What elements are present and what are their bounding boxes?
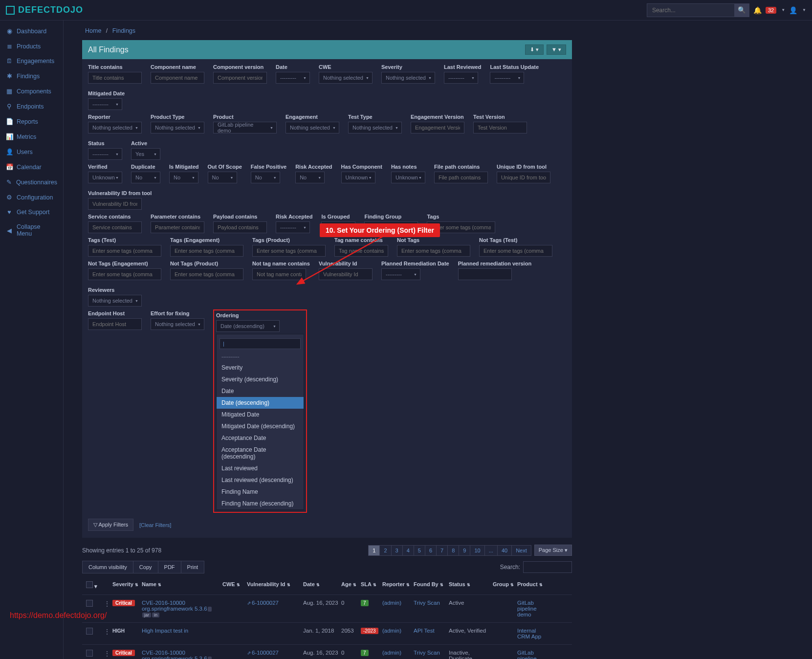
filter-endpoint-host-input[interactable]	[88, 318, 142, 330]
sidebar-item-components[interactable]: ▦Components	[0, 84, 63, 99]
page-button[interactable]: 6	[425, 545, 437, 556]
sidebar-item-collapse-menu[interactable]: ◀Collapse Menu	[0, 220, 63, 241]
sidebar-item-products[interactable]: ≣Products	[0, 39, 63, 54]
sidebar-item-reports[interactable]: 📄Reports	[0, 114, 63, 129]
page-button[interactable]: 7	[436, 545, 448, 556]
ordering-option[interactable]: Last reviewed (descending)	[217, 474, 304, 486]
tool-copy-button[interactable]: Copy	[133, 561, 158, 573]
filter-effort-for-fixing-select[interactable]: Nothing selected	[151, 318, 204, 330]
cell-name[interactable]: High Impact test in	[142, 628, 188, 634]
table-search-input[interactable]	[523, 561, 572, 573]
filter-product-select[interactable]: GitLab pipeline demo	[213, 122, 277, 133]
row-actions-icon[interactable]: ⋮	[104, 600, 110, 608]
filter-reporter-select[interactable]: Nothing selected	[88, 122, 142, 133]
ordering-select[interactable]: Date (descending)	[216, 320, 280, 332]
filter-tags-(engagement)-input[interactable]	[170, 245, 243, 257]
cell-reporter[interactable]: (admin)	[382, 600, 414, 606]
apply-filters-button[interactable]: ▽ Apply Filters	[88, 519, 133, 531]
filter-risk-accepted-select[interactable]: No	[295, 172, 325, 183]
filter-component-name-input[interactable]	[151, 72, 204, 84]
page-button[interactable]: 2	[379, 545, 391, 556]
filter-severity-select[interactable]: Nothing selected	[381, 72, 435, 84]
ordering-option[interactable]: Date (descending)	[217, 397, 304, 409]
filter-not-tag-name-contains-input[interactable]	[252, 268, 306, 280]
filter-not-tags-(product)-input[interactable]	[170, 268, 243, 280]
sidebar-item-get-support[interactable]: ♥Get Support	[0, 205, 63, 220]
row-checkbox[interactable]	[86, 628, 93, 635]
filter-last-reviewed-select[interactable]: ---------	[444, 72, 478, 84]
page-size-button[interactable]: Page Size ▾	[534, 545, 572, 556]
tool-column-visibility-button[interactable]: Column visibility	[82, 561, 133, 573]
cell-product[interactable]: GitLab pipeline demo	[517, 650, 544, 659]
breadcrumb-current[interactable]: Findings	[112, 27, 135, 34]
filter-test-version-input[interactable]	[473, 122, 527, 133]
cell-product[interactable]: GitLab pipeline demo	[517, 600, 544, 617]
filter-engagement-version-input[interactable]	[411, 122, 464, 133]
page-button[interactable]: 3	[391, 545, 403, 556]
notif-count[interactable]: 32	[766, 7, 776, 14]
page-button[interactable]: 1	[368, 545, 380, 556]
ordering-option[interactable]: Acceptance Date (descending)	[217, 444, 304, 462]
cell-name[interactable]: CVE-2016-10000	[142, 650, 185, 656]
page-button[interactable]: 8	[447, 545, 459, 556]
page-button[interactable]: 5	[414, 545, 425, 556]
filter-test-type-select[interactable]: Nothing selected	[348, 122, 402, 133]
column-header[interactable]: Found By ⇅	[414, 581, 449, 590]
column-header[interactable]: Name ⇅	[142, 581, 222, 590]
filter-verified-select[interactable]: Unknown	[88, 172, 122, 183]
filter-active-select[interactable]: Yes	[131, 148, 160, 160]
cell-vuln[interactable]: ⇗6-1000027	[247, 650, 303, 656]
filter-not-tags-(test)-input[interactable]	[479, 245, 552, 257]
page-button[interactable]: Next	[511, 545, 531, 556]
select-all-checkbox[interactable]	[86, 581, 93, 588]
sidebar-item-engagements[interactable]: 🗓Engagements	[0, 54, 63, 68]
sidebar-item-calendar[interactable]: 📅Calendar	[0, 159, 63, 175]
ordering-option[interactable]: Mitigated Date (descending)	[217, 420, 304, 432]
sidebar-item-users[interactable]: 👤Users	[0, 144, 63, 159]
filter-planned-remediation-date-select[interactable]: ---------	[381, 268, 420, 280]
filter-cwe-select[interactable]: Nothing selected	[319, 72, 373, 84]
column-header[interactable]: Reporter ⇅	[382, 581, 414, 590]
filter-service-contains-input[interactable]	[88, 221, 142, 233]
ordering-option[interactable]: Finding Name (descending)	[217, 498, 304, 509]
filter-mitigated-date-select[interactable]: ---------	[88, 98, 122, 110]
search-input[interactable]	[647, 3, 735, 17]
filter-parameter-contains-input[interactable]	[151, 221, 204, 233]
clear-filters-link[interactable]: [Clear Filters]	[139, 522, 171, 528]
filter-vulnerability-id-input[interactable]	[319, 268, 373, 280]
column-header[interactable]: Group ⇅	[493, 581, 517, 590]
cell-product[interactable]: Internal CRM App	[517, 628, 544, 639]
filter-risk-accepted-select[interactable]: ---------	[276, 221, 310, 233]
ordering-option[interactable]: Last reviewed	[217, 462, 304, 474]
filter-vulnerability-id-from-tool-input[interactable]	[88, 198, 142, 210]
filter-date-select[interactable]: ---------	[276, 72, 310, 84]
row-checkbox[interactable]	[86, 650, 93, 657]
download-button[interactable]: ⬇ ▾	[525, 44, 544, 55]
cell-name[interactable]: CVE-2016-10000	[142, 600, 185, 606]
column-header[interactable]: ▾	[86, 581, 104, 590]
filter-product-type-select[interactable]: Nothing selected	[151, 122, 204, 133]
notif-caret-icon[interactable]: ▼	[781, 8, 785, 12]
cell-foundby[interactable]: API Test	[414, 628, 449, 634]
row-checkbox[interactable]	[86, 600, 93, 607]
ordering-option[interactable]: Date	[217, 385, 304, 397]
bell-icon[interactable]: 🔔	[753, 6, 762, 14]
sidebar-item-metrics[interactable]: 📊Metrics	[0, 129, 63, 144]
column-header[interactable]: SLA ⇅	[361, 581, 382, 590]
filter-tags-(product)-input[interactable]	[252, 245, 326, 257]
filter-has-notes-select[interactable]: Unknown	[391, 172, 425, 183]
sidebar-item-dashboard[interactable]: ◉Dashboard	[0, 23, 63, 39]
filter-is-mitigated-select[interactable]: No	[169, 172, 198, 183]
column-header[interactable]: Date ⇅	[303, 581, 341, 590]
search-button[interactable]: 🔍	[735, 3, 749, 17]
filter-status-select[interactable]: ---------	[88, 148, 122, 160]
filter-toggle-button[interactable]: ▼ ▾	[547, 44, 566, 55]
ordering-option[interactable]: Mitigated Date	[217, 409, 304, 420]
filter-tags-(test)-input[interactable]	[88, 245, 161, 257]
ordering-option[interactable]: Severity	[217, 362, 304, 373]
column-header[interactable]: Age ⇅	[341, 581, 361, 590]
filter-engagement-select[interactable]: Nothing selected	[285, 122, 339, 133]
column-header[interactable]: CWE ⇅	[222, 581, 247, 590]
row-actions-icon[interactable]: ⋮	[104, 650, 110, 658]
sidebar-item-endpoints[interactable]: ⚲Endpoints	[0, 99, 63, 114]
